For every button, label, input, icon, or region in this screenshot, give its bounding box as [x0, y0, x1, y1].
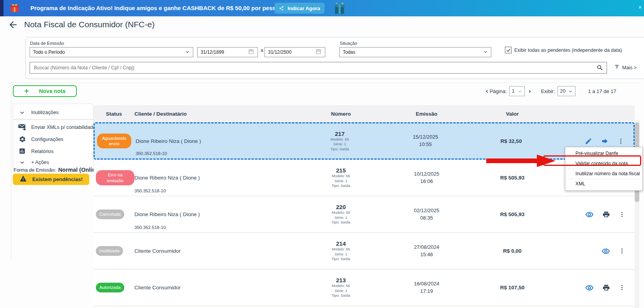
status-badge: Cancelada [96, 209, 124, 219]
period-select[interactable]: Todo o Período [30, 47, 193, 57]
emission-time: 10:55 [381, 141, 470, 148]
table-row[interactable]: Autorizada Cliente Consumidor 213 Modelo… [94, 269, 635, 306]
banner-message: Programa de Indicação Ativo! Indique ami… [30, 0, 284, 16]
print-icon[interactable] [602, 284, 610, 292]
situation-value: Todas [343, 49, 355, 55]
notes-table: Status Cliente / Destinatário Número Emi… [94, 105, 635, 308]
sidebar-item-label: Inutilizações [31, 109, 58, 115]
emission-datetime: 16/08/2024 17:19 [382, 280, 471, 295]
share-icon [279, 6, 284, 11]
view-icon[interactable] [585, 283, 594, 292]
client-name: Cliente Consumidor [134, 285, 181, 290]
more-icon[interactable] [619, 211, 625, 218]
back-arrow-icon[interactable] [8, 19, 18, 32]
pending-warning-button[interactable]: Existem pendências! [13, 174, 89, 185]
forward-icon[interactable] [601, 137, 609, 145]
pending-checkbox[interactable] [505, 47, 512, 53]
context-menu-item-4[interactable]: XML [565, 179, 642, 189]
emission-time: 17:19 [382, 288, 471, 295]
view-icon[interactable] [585, 210, 594, 219]
edit-icon[interactable] [585, 137, 592, 145]
note-meta: Modelo: 65Série: 1Tipo: Saída [300, 210, 382, 225]
show-label: Exibir: [541, 88, 555, 94]
row-actions [552, 137, 633, 145]
search-input[interactable] [30, 65, 596, 70]
client-name: Dione Ribeiro Niza ( Dione ) [134, 175, 200, 181]
table-row[interactable]: Inutilizada Cliente Consumidor 214 Model… [94, 233, 635, 269]
sidebar-item-enviar-xmls[interactable]: Enviar XMLs p/ contabilidade [13, 121, 93, 133]
note-number: 217 [299, 130, 381, 137]
more-icon[interactable] [619, 284, 625, 291]
nfce-page: Programa de Indicação Ativo! Indique ami… [0, 0, 644, 308]
new-note-button[interactable]: + Nova nota [13, 85, 77, 97]
situation-select[interactable]: Todas [339, 47, 491, 57]
date-to-input[interactable]: 31/12/2500 [265, 47, 325, 57]
context-menu-item-2[interactable]: Validar conteúdo da nota [565, 159, 642, 169]
header-number: Número [300, 111, 382, 117]
sidebar-item-inutilizacoes[interactable]: Inutilizações [13, 107, 93, 118]
search-box [30, 62, 607, 74]
emission-mode-label: Forma de Emissão: [14, 167, 56, 173]
client-document: 350.352.518-10 [134, 225, 166, 230]
emission-datetime: 10/12/2025 16:06 [382, 171, 471, 185]
row-actions [553, 283, 635, 292]
mail-send-icon [18, 123, 26, 131]
status-badge: Aguardando envio [97, 134, 131, 149]
print-icon[interactable] [602, 211, 610, 218]
date-from-input[interactable]: 31/12/1899 [197, 47, 258, 57]
banner-close-icon[interactable]: × [639, 5, 642, 10]
funnel-icon [614, 64, 620, 71]
emission-date: 10/12/2025 [382, 171, 471, 178]
client-document: 350.352.518-10 [134, 188, 166, 193]
more-icon[interactable] [619, 248, 625, 254]
page-value: 1 [512, 88, 515, 94]
emission-date: 27/08/2024 [382, 244, 471, 251]
pagination-range: 1 a 17 de 17 [588, 88, 616, 94]
client-name: Cliente Consumidor [134, 248, 181, 254]
page-select[interactable]: 1 [509, 86, 525, 96]
refer-now-button[interactable]: Indicar Agora [275, 3, 325, 14]
more-filters-label: Mais > [622, 65, 637, 70]
emission-datetime: 02/12/2025 08:35 [382, 207, 471, 222]
search-icon[interactable] [596, 64, 607, 71]
table-row[interactable]: Aguardando envio Dione Ribeiro Niza ( Di… [94, 122, 635, 160]
sidebar-item-configuracoes[interactable]: Configurações [13, 133, 93, 145]
table-row[interactable]: Erro na emissão Dione Ribeiro Niza ( Dio… [94, 160, 635, 196]
view-icon[interactable] [602, 247, 610, 255]
sidebar-item-label: Enviar XMLs p/ contabilidade [31, 124, 96, 130]
prev-page-icon[interactable]: ‹ [484, 87, 490, 95]
date-emission-label: Data de Emissão [30, 41, 64, 46]
sidebar-item-acoes[interactable]: + Ações [13, 157, 93, 167]
emission-time: 16:06 [382, 178, 471, 185]
show-select[interactable]: 20 [558, 86, 576, 96]
header-emission: Emissão [382, 111, 471, 117]
filter-panel: Data de Emissão Todo o Período 31/12/189… [25, 37, 644, 79]
table-row[interactable]: Cancelada Dione Ribeiro Niza ( Dione ) 3… [94, 196, 635, 233]
emission-date: 16/08/2024 [382, 280, 471, 288]
context-menu-item-1[interactable]: Pré-visualizar Danfe [565, 149, 642, 159]
status-badge: Autorizada [96, 283, 124, 292]
row-actions [553, 247, 635, 255]
pending-warning-label: Existem pendências! [32, 176, 83, 182]
row-actions [553, 210, 635, 219]
chevron-down-icon [483, 49, 488, 55]
more-icon[interactable] [618, 138, 624, 144]
header-value: Valor [471, 111, 553, 117]
content-divider [12, 83, 641, 83]
context-menu-item-3[interactable]: Inutilizar número da nota fiscal [565, 169, 642, 179]
more-filters-button[interactable]: Mais > [614, 64, 637, 71]
sidebar-item-label: Relatórios [31, 148, 54, 154]
left-divider [11, 83, 11, 258]
pending-checkbox-label: Exibir todas as pendentes (independente … [514, 48, 622, 53]
chevron-down-icon [18, 110, 26, 115]
client-name: Dione Ribeiro Niza ( Dione ) [136, 138, 201, 144]
next-page-icon[interactable]: › [527, 87, 533, 95]
date-from-value: 31/12/1899 [201, 49, 224, 55]
sidebar-divider [13, 119, 93, 120]
note-number: 220 [300, 204, 382, 210]
gift-icon [9, 3, 20, 15]
sidebar-item-relatorios[interactable]: Relatórios [13, 145, 93, 157]
table-rows: Aguardando envio Dione Ribeiro Niza ( Di… [94, 122, 635, 306]
new-note-label: Nova nota [39, 88, 65, 94]
note-meta: Modelo: 65Série: 1Tipo: Saída [300, 174, 382, 188]
